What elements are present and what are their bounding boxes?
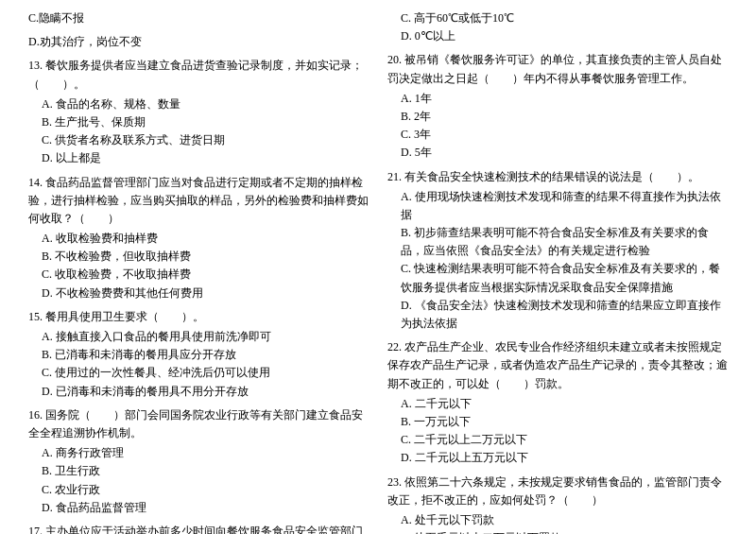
q-c-option: C.隐瞒不报 — [28, 9, 369, 27]
q15-text: 15. 餐用具使用卫生要求（ ）。 — [28, 308, 369, 326]
two-column-layout: C.隐瞒不报 D.劝其治疗，岗位不变 13. 餐饮服务提供者应当建立食品进货查验… — [28, 9, 728, 534]
q21-option-c: C. 快速检测结果表明可能不符合食品安全标准及有关要求的，餐饮服务提供者应当根据… — [401, 260, 728, 296]
right-column: C. 高于60℃或低于10℃ D. 0℃以上 20. 被吊销《餐饮服务许可证》的… — [387, 9, 728, 534]
q14-option-d: D. 不收检验费费和其他任何费用 — [42, 284, 369, 302]
question-20: 20. 被吊销《餐饮服务许可证》的单位，其直接负责的主管人员自处罚决定做出之日起… — [387, 51, 728, 162]
q23-options: A. 处千元以下罚款 B. 处五千元以上二万元以下罚款 C. 处二千元以上十万元… — [387, 511, 728, 534]
q14-option-b: B. 不收检验费，但收取抽样费 — [42, 248, 369, 266]
q19-option-c: C. 高于60℃或低于10℃ — [401, 9, 728, 27]
q22-option-b: B. 一万元以下 — [401, 413, 728, 431]
q20-option-d: D. 5年 — [401, 144, 728, 162]
q22-options: A. 二千元以下 B. 一万元以下 C. 二千元以上二万元以下 D. 二千元以上… — [387, 395, 728, 468]
q16-options: A. 商务行政管理 B. 卫生行政 C. 农业行政 D. 食品药品监督管理 — [28, 444, 369, 517]
q17-text: 17. 主办单位应于活动举办前多少时间向餐饮服务食品安全监管部门通报重大活动相关… — [28, 523, 369, 534]
q13-option-a: A. 食品的名称、规格、数量 — [42, 95, 369, 113]
q15-option-a: A. 接触直接入口食品的餐用具使用前洗净即可 — [42, 328, 369, 346]
q21-text: 21. 有关食品安全快速检测技术的结果错误的说法是（ ）。 — [387, 168, 728, 186]
q16-text: 16. 国务院（ ）部门会同国务院农业行政等有关部门建立食品安全全程追溯协作机制… — [28, 406, 369, 442]
question-21: 21. 有关食品安全快速检测技术的结果错误的说法是（ ）。 A. 使用现场快速检… — [387, 168, 728, 334]
q21-option-b: B. 初步筛查结果表明可能不符合食品安全标准及有关要求的食品，应当依照《食品安全… — [401, 224, 728, 260]
q15-option-b: B. 已消毒和未消毒的餐用具应分开存放 — [42, 346, 369, 364]
question-17: 17. 主办单位应于活动举办前多少时间向餐饮服务食品安全监管部门通报重大活动相关… — [28, 523, 369, 534]
q22-option-a: A. 二千元以下 — [401, 395, 728, 413]
left-column: C.隐瞒不报 D.劝其治疗，岗位不变 13. 餐饮服务提供者应当建立食品进货查验… — [28, 9, 369, 534]
q20-option-c: C. 3年 — [401, 126, 728, 144]
question-14: 14. 食品药品监督管理部门应当对食品进行定期或者不定期的抽样检验，进行抽样检验… — [28, 174, 369, 302]
question-15: 15. 餐用具使用卫生要求（ ）。 A. 接触直接入口食品的餐用具使用前洗净即可… — [28, 308, 369, 401]
q21-options: A. 使用现场快速检测技术发现和筛查的结果不得直接作为执法依据 B. 初步筛查结… — [387, 188, 728, 334]
q21-option-d: D. 《食品安全法》快速检测技术发现和筛查的结果应立即直接作为执法依据 — [401, 297, 728, 333]
question-23: 23. 依照第二十六条规定，未按规定要求销售食品的，监管部门责令改正，拒不改正的… — [387, 474, 728, 535]
q15-option-d: D. 已消毒和未消毒的餐用具不用分开存放 — [42, 383, 369, 401]
q21-option-a: A. 使用现场快速检测技术发现和筛查的结果不得直接作为执法依据 — [401, 188, 728, 224]
q13-options: A. 食品的名称、规格、数量 B. 生产批号、保质期 C. 供货者名称及联系方式… — [28, 95, 369, 168]
q22-option-c: C. 二千元以上二万元以下 — [401, 431, 728, 449]
q20-option-a: A. 1年 — [401, 90, 728, 108]
q13-option-c: C. 供货者名称及联系方式、进货日期 — [42, 131, 369, 149]
page-container: C.隐瞒不报 D.劝其治疗，岗位不变 13. 餐饮服务提供者应当建立食品进货查验… — [28, 9, 728, 534]
q16-option-d: D. 食品药品监督管理 — [42, 499, 369, 517]
q20-option-b: B. 2年 — [401, 108, 728, 126]
q14-option-a: A. 收取检验费和抽样费 — [42, 230, 369, 248]
q22-option-d: D. 二千元以上五万元以下 — [401, 449, 728, 467]
q20-options: A. 1年 B. 2年 C. 3年 D. 5年 — [387, 90, 728, 163]
q16-option-b: B. 卫生行政 — [42, 462, 369, 480]
question-13: 13. 餐饮服务提供者应当建立食品进货查验记录制度，并如实记录；（ ）。 A. … — [28, 57, 369, 167]
q23-option-b: B. 处五千元以上二万元以下罚款 — [401, 529, 728, 534]
q19-option-d: D. 0℃以上 — [401, 27, 728, 45]
q15-options: A. 接触直接入口食品的餐用具使用前洗净即可 B. 已消毒和未消毒的餐用具应分开… — [28, 328, 369, 401]
q20-text: 20. 被吊销《餐饮服务许可证》的单位，其直接负责的主管人员自处罚决定做出之日起… — [387, 51, 728, 87]
q13-option-b: B. 生产批号、保质期 — [42, 113, 369, 131]
q16-option-a: A. 商务行政管理 — [42, 444, 369, 462]
q14-text: 14. 食品药品监督管理部门应当对食品进行定期或者不定期的抽样检验，进行抽样检验… — [28, 174, 369, 229]
q23-text: 23. 依照第二十六条规定，未按规定要求销售食品的，监管部门责令改正，拒不改正的… — [387, 474, 728, 509]
q13-text: 13. 餐饮服务提供者应当建立食品进货查验记录制度，并如实记录；（ ）。 — [28, 57, 369, 93]
q15-option-c: C. 使用过的一次性餐具、经冲洗后仍可以使用 — [42, 364, 369, 382]
q13-option-d: D. 以上都是 — [42, 149, 369, 167]
c-option-text: C.隐瞒不报 — [28, 11, 84, 25]
q-d-option: D.劝其治疗，岗位不变 — [28, 33, 369, 51]
q14-options: A. 收取检验费和抽样费 B. 不收检验费，但收取抽样费 C. 收取检验费，不收… — [28, 230, 369, 302]
q23-option-a: A. 处千元以下罚款 — [401, 511, 728, 529]
q16-option-c: C. 农业行政 — [42, 481, 369, 499]
q22-text: 22. 农产品生产企业、农民专业合作经济组织未建立或者未按照规定保存农产品生产记… — [387, 338, 728, 393]
q14-option-c: C. 收取检验费，不收取抽样费 — [42, 266, 369, 284]
question-22: 22. 农产品生产企业、农民专业合作经济组织未建立或者未按照规定保存农产品生产记… — [387, 338, 728, 467]
d-option-text: D.劝其治疗，岗位不变 — [28, 35, 142, 48]
q19-cont-options: C. 高于60℃或低于10℃ D. 0℃以上 — [387, 9, 728, 45]
question-16: 16. 国务院（ ）部门会同国务院农业行政等有关部门建立食品安全全程追溯协作机制… — [28, 406, 369, 517]
q19-cont: C. 高于60℃或低于10℃ D. 0℃以上 — [387, 9, 728, 45]
